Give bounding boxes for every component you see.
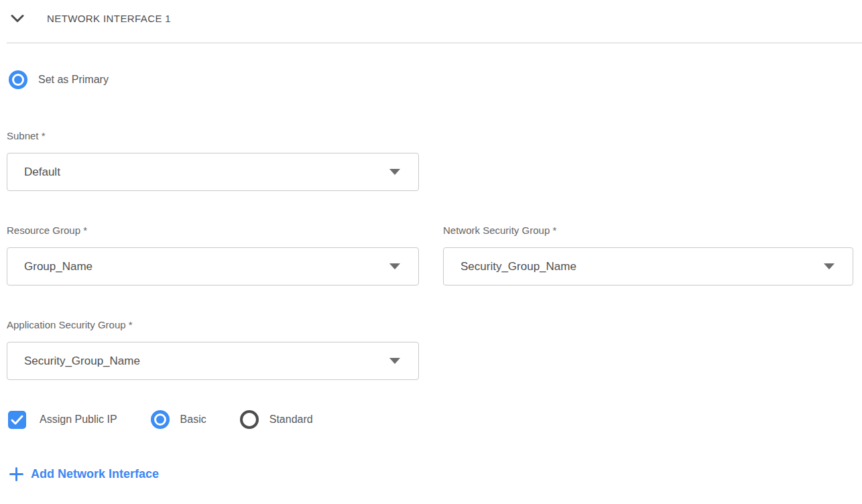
section-header: NETWORK INTERFACE 1 bbox=[7, 8, 853, 28]
resource-group-label: Resource Group * bbox=[7, 225, 419, 237]
basic-radio-label: Basic bbox=[180, 414, 206, 426]
standard-radio-unselected-icon bbox=[240, 410, 259, 429]
set-as-primary-option[interactable]: Set as Primary bbox=[9, 70, 853, 90]
assign-public-ip-option[interactable]: Assign Public IP bbox=[8, 411, 117, 429]
network-security-group-field: Network Security Group * Security_Group_… bbox=[443, 225, 853, 286]
network-interface-section: NETWORK INTERFACE 1 Set as Primary Subne… bbox=[0, 0, 862, 481]
sku-option-basic[interactable]: Basic bbox=[151, 410, 206, 429]
subnet-dropdown[interactable]: Default bbox=[7, 153, 419, 191]
application-security-group-value: Security_Group_Name bbox=[24, 355, 140, 368]
section-title: NETWORK INTERFACE 1 bbox=[47, 13, 171, 24]
network-security-group-label: Network Security Group * bbox=[443, 225, 853, 237]
primary-radio-label: Set as Primary bbox=[38, 74, 109, 86]
section-divider bbox=[7, 42, 862, 44]
caret-down-icon bbox=[389, 169, 400, 175]
application-security-group-label: Application Security Group * bbox=[7, 319, 853, 331]
network-security-group-value: Security_Group_Name bbox=[460, 260, 576, 273]
assign-public-ip-label: Assign Public IP bbox=[40, 414, 117, 426]
caret-down-icon bbox=[389, 358, 400, 364]
checkbox-checked-icon bbox=[8, 411, 26, 429]
resource-group-dropdown[interactable]: Group_Name bbox=[7, 247, 419, 286]
resource-group-value: Group_Name bbox=[24, 260, 93, 273]
sku-option-standard[interactable]: Standard bbox=[240, 410, 313, 429]
add-network-interface-link[interactable]: Add Network Interface bbox=[9, 467, 159, 481]
public-ip-options-row: Assign Public IP Basic Standard bbox=[8, 410, 853, 430]
application-security-group-dropdown[interactable]: Security_Group_Name bbox=[7, 342, 419, 380]
network-security-group-dropdown[interactable]: Security_Group_Name bbox=[443, 247, 853, 286]
subnet-label: Subnet * bbox=[7, 130, 853, 142]
standard-radio-label: Standard bbox=[269, 414, 313, 426]
add-network-interface-label: Add Network Interface bbox=[31, 467, 159, 481]
subnet-value: Default bbox=[24, 166, 60, 179]
basic-radio-selected-icon bbox=[151, 410, 170, 429]
primary-radio-selected-icon bbox=[9, 70, 27, 89]
application-security-group-field: Application Security Group * Security_Gr… bbox=[7, 319, 853, 380]
resource-group-field: Resource Group * Group_Name bbox=[7, 225, 419, 286]
group-fields-row: Resource Group * Group_Name Network Secu… bbox=[7, 225, 853, 286]
caret-down-icon bbox=[389, 263, 400, 269]
subnet-field: Subnet * Default bbox=[7, 130, 853, 191]
plus-icon bbox=[9, 467, 23, 481]
caret-down-icon bbox=[824, 263, 835, 269]
chevron-down-icon bbox=[11, 14, 24, 23]
collapse-toggle-button[interactable] bbox=[10, 11, 25, 25]
